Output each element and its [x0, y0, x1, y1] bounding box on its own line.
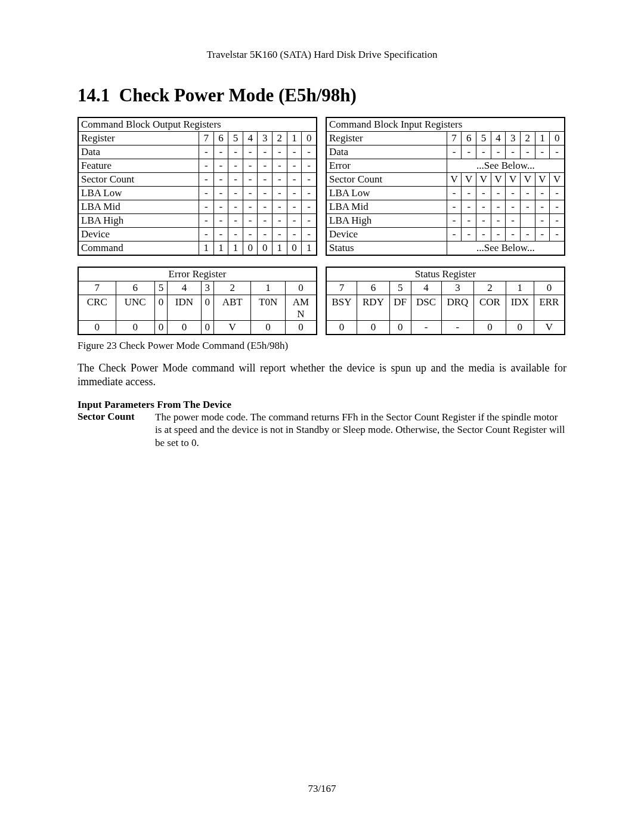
bit-cell: - [199, 173, 214, 187]
bit-cell: - [273, 187, 287, 200]
bit-number: 5 [154, 281, 168, 295]
register-name: Feature [78, 159, 199, 173]
register-name: Status [326, 241, 447, 256]
bit-cell: - [258, 173, 273, 187]
command-block-input-table: Command Block Input RegistersRegister765… [326, 117, 565, 256]
bit-cell: V [506, 173, 521, 187]
bit-cell: 1 [213, 241, 228, 256]
bit-cell: - [199, 200, 214, 214]
bit-value: 0 [357, 321, 390, 335]
bit-cell: V [535, 173, 550, 187]
bit-cell: V [550, 173, 565, 187]
bit-cell: - [228, 145, 243, 159]
bit-label: CRC [78, 295, 116, 321]
bit-label: COR [474, 295, 506, 321]
bit-cell: - [462, 228, 476, 241]
bit-cell: - [447, 214, 462, 228]
bit-cell: - [258, 200, 273, 214]
document-header: Travelstar 5K160 (SATA) Hard Disk Drive … [78, 49, 566, 61]
bit-value: 0 [154, 321, 168, 335]
param-row-sector-count: Sector Count The power mode code. The co… [78, 411, 566, 449]
bit-cell: - [462, 145, 476, 159]
bit-value: 0 [285, 321, 317, 335]
register-span-value: ...See Below... [447, 159, 565, 173]
error-register-table: Error Register76543210CRCUNC0IDN0ABTT0NA… [78, 267, 317, 335]
bit-cell: - [287, 145, 302, 159]
register-header: Register [78, 132, 199, 145]
bit-cell: - [302, 173, 317, 187]
bit-cell: - [273, 173, 287, 187]
bit-cell: - [550, 200, 565, 214]
bit-header: 0 [550, 132, 565, 145]
bit-cell: - [302, 214, 317, 228]
bit-cell: - [491, 145, 506, 159]
table-title: Command Block Output Registers [78, 117, 317, 132]
bit-header: 7 [447, 132, 462, 145]
bit-cell: - [243, 200, 258, 214]
bit-cell: 0 [287, 241, 302, 256]
bit-cell: 0 [243, 241, 258, 256]
bit-cell: - [476, 145, 491, 159]
bit-label: AMN [285, 295, 317, 321]
status-register-table: Status Register76543210BSYRDYDFDSCDRQCOR… [326, 267, 565, 335]
bit-cell: - [535, 187, 550, 200]
bit-cell: - [287, 159, 302, 173]
bit-cell: - [476, 228, 491, 241]
bit-value: 0 [201, 321, 214, 335]
bit-cell: - [273, 145, 287, 159]
body-paragraph: The Check Power Mode command will report… [78, 361, 566, 388]
bit-label: DF [389, 295, 411, 321]
bit-value: 0 [78, 321, 116, 335]
register-header: Register [326, 132, 447, 145]
bit-cell: - [491, 200, 506, 214]
bit-cell: V [491, 173, 506, 187]
bit-cell: - [476, 200, 491, 214]
bit-cell: 1 [228, 241, 243, 256]
bit-label: UNC [116, 295, 154, 321]
bit-header: 4 [491, 132, 506, 145]
bit-header: 3 [258, 132, 273, 145]
bit-label: RDY [357, 295, 390, 321]
bit-number: 6 [116, 281, 154, 295]
bit-cell: - [550, 214, 565, 228]
bit-cell: - [287, 173, 302, 187]
bit-number: 0 [534, 281, 565, 295]
bit-cell: - [243, 173, 258, 187]
bit-cell: - [258, 159, 273, 173]
bit-cell: - [199, 228, 214, 241]
bit-cell: - [228, 159, 243, 173]
bit-label: 0 [201, 295, 214, 321]
command-block-output-table: Command Block Output RegistersRegister76… [78, 117, 317, 256]
bit-label: T0N [251, 295, 286, 321]
register-name: LBA High [78, 214, 199, 228]
bit-cell: - [258, 187, 273, 200]
register-name: Sector Count [326, 173, 447, 187]
bit-cell: - [287, 228, 302, 241]
bit-cell: - [535, 214, 550, 228]
bit-cell: - [243, 187, 258, 200]
bit-cell: - [302, 145, 317, 159]
register-name: LBA Low [78, 187, 199, 200]
bit-cell: - [462, 200, 476, 214]
bit-header: 4 [243, 132, 258, 145]
bit-label: ERR [534, 295, 565, 321]
bit-cell: - [447, 228, 462, 241]
bit-cell: - [550, 187, 565, 200]
register-name: LBA Low [326, 187, 447, 200]
bit-cell: - [273, 159, 287, 173]
bit-number: 7 [78, 281, 116, 295]
bit-value: 0 [251, 321, 286, 335]
bit-value: 0 [116, 321, 154, 335]
bit-cell: V [476, 173, 491, 187]
bit-header: 2 [273, 132, 287, 145]
bit-header: 0 [302, 132, 317, 145]
section-title: 14.1 Check Power Mode (E5h/98h) [78, 85, 566, 106]
register-name: LBA High [326, 214, 447, 228]
param-name: Sector Count [78, 411, 155, 449]
param-description: The power mode code. The command returns… [155, 411, 566, 449]
bit-number: 0 [285, 281, 317, 295]
register-name: LBA Mid [78, 200, 199, 214]
bit-number: 7 [326, 281, 357, 295]
bit-cell: V [447, 173, 462, 187]
bit-cell: 1 [273, 241, 287, 256]
